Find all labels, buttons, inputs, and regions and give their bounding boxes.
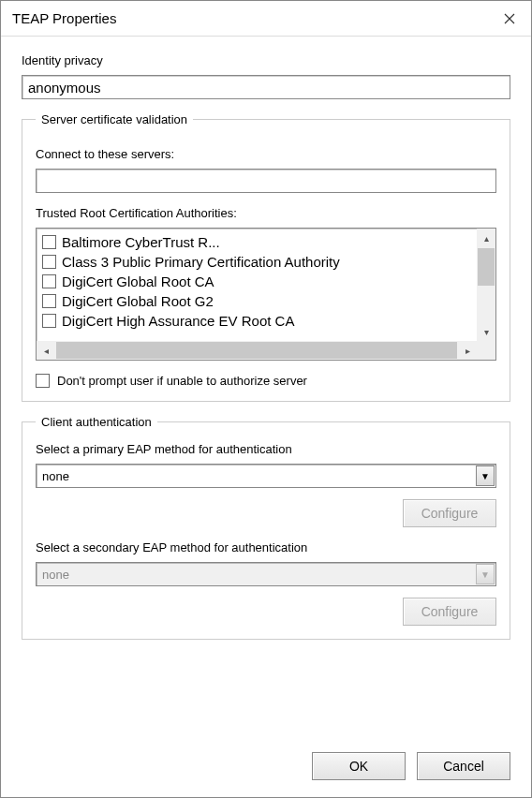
scrollbar-thumb[interactable]: [56, 342, 457, 359]
checkbox-icon[interactable]: [42, 255, 56, 269]
identity-label: Identity privacy: [22, 53, 510, 67]
dont-prompt-row[interactable]: Don't prompt user if unable to authorize…: [36, 374, 496, 388]
chevron-down-icon: ▼: [476, 564, 495, 584]
secondary-eap-label: Select a secondary EAP method for authen…: [36, 540, 496, 554]
list-item[interactable]: DigiCert Global Root CA: [40, 272, 473, 291]
close-icon[interactable]: [488, 1, 531, 37]
horizontal-scrollbar[interactable]: ◂ ▸: [37, 341, 477, 360]
checkbox-icon[interactable]: [36, 374, 50, 388]
chevron-down-icon[interactable]: ▼: [476, 466, 495, 486]
list-item[interactable]: Class 3 Public Primary Certification Aut…: [40, 252, 473, 272]
list-item-label: DigiCert Global Root CA: [62, 273, 214, 289]
server-validation-group: Server certificate validation Connect to…: [22, 112, 510, 402]
client-auth-legend: Client authentication: [36, 415, 157, 429]
dialog-content: Identity privacy Server certificate vali…: [1, 37, 531, 743]
trusted-ca-items: Baltimore CyberTrust R... Class 3 Public…: [37, 229, 477, 341]
checkbox-icon[interactable]: [42, 294, 56, 308]
secondary-configure-button: Configure: [403, 598, 496, 626]
titlebar: TEAP Properties: [1, 1, 531, 37]
connect-servers-label: Connect to these servers:: [36, 147, 496, 161]
checkbox-icon[interactable]: [42, 235, 56, 249]
scrollbar-thumb[interactable]: [478, 248, 495, 286]
list-item-label: Class 3 Public Primary Certification Aut…: [62, 254, 340, 270]
chevron-down-icon[interactable]: ▾: [477, 322, 495, 341]
chevron-left-icon[interactable]: ◂: [37, 341, 55, 360]
chevron-up-icon[interactable]: ▴: [477, 229, 495, 247]
trusted-ca-label: Trusted Root Certification Authorities:: [36, 206, 496, 220]
trusted-ca-listbox[interactable]: Baltimore CyberTrust R... Class 3 Public…: [36, 228, 496, 361]
list-item-label: Baltimore CyberTrust R...: [62, 234, 220, 250]
vertical-scrollbar[interactable]: ▴ ▾: [477, 229, 495, 341]
identity-input[interactable]: [22, 75, 510, 99]
server-validation-legend: Server certificate validation: [36, 112, 193, 126]
primary-configure-button: Configure: [403, 499, 496, 527]
client-auth-group: Client authentication Select a primary E…: [22, 415, 510, 640]
dialog-footer: OK Cancel: [1, 743, 531, 797]
list-item-label: DigiCert High Assurance EV Root CA: [62, 313, 294, 329]
cancel-button[interactable]: Cancel: [417, 752, 510, 780]
checkbox-icon[interactable]: [42, 274, 56, 288]
list-item[interactable]: DigiCert High Assurance EV Root CA: [40, 311, 473, 331]
window-title: TEAP Properties: [12, 10, 116, 26]
primary-eap-label: Select a primary EAP method for authenti…: [36, 442, 496, 456]
dropdown-value: none: [37, 568, 75, 582]
dont-prompt-label: Don't prompt user if unable to authorize…: [57, 374, 307, 388]
list-item[interactable]: Baltimore CyberTrust R...: [40, 232, 473, 252]
secondary-eap-dropdown: none ▼: [36, 562, 496, 586]
connect-servers-input[interactable]: [36, 169, 496, 193]
dropdown-value: none: [37, 469, 75, 483]
chevron-right-icon[interactable]: ▸: [458, 341, 477, 360]
checkbox-icon[interactable]: [42, 314, 56, 328]
list-item[interactable]: DigiCert Global Root G2: [40, 291, 473, 311]
list-item-label: DigiCert Global Root G2: [62, 293, 214, 309]
scrollbar-corner: [477, 341, 495, 360]
ok-button[interactable]: OK: [312, 752, 406, 780]
primary-eap-dropdown[interactable]: none ▼: [36, 464, 496, 488]
